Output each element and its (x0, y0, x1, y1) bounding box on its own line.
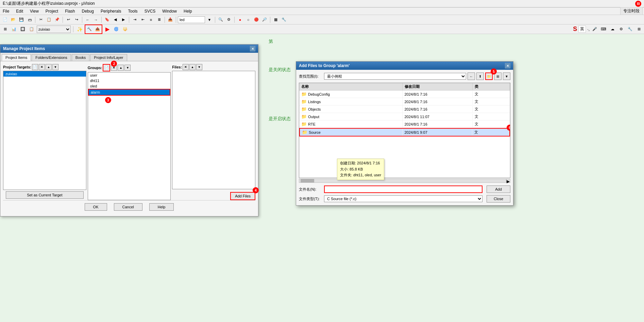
groups-list[interactable]: user dht11 oled alarm 3 (88, 72, 171, 200)
file-list[interactable]: 名称 修改日期 类 📁DebugConfig 2024/8/1 7:16 文 📁… (299, 83, 510, 178)
punct-btn[interactable]: ·, (587, 27, 590, 32)
indent2-btn[interactable]: ≡ (147, 16, 155, 23)
build-btn[interactable]: 🔨 (86, 26, 93, 33)
tools-btn[interactable]: 🔧 (626, 26, 634, 33)
tb2-magic[interactable]: ✨ (76, 26, 83, 33)
group-user[interactable]: user (88, 73, 171, 78)
files-down-btn[interactable]: ▼ (196, 64, 202, 70)
target-input[interactable] (178, 16, 205, 23)
menu-window[interactable]: Window (161, 8, 178, 14)
indent-btn[interactable]: ⇥ (131, 16, 138, 23)
view1-btn[interactable]: ▦ (272, 16, 279, 23)
menu-help[interactable]: Help (182, 8, 193, 14)
file-row-debugconfig[interactable]: 📁DebugConfig 2024/8/1 7:16 文 (299, 91, 510, 98)
close-btn[interactable]: Close (487, 195, 510, 203)
lang-btn[interactable]: 英 (578, 26, 586, 33)
targets-list[interactable]: zuixiao (3, 71, 86, 190)
manage-close-btn[interactable]: ✕ (250, 46, 255, 51)
menu-edit[interactable]: Edit (15, 8, 24, 14)
insert-btn[interactable]: 📥 (167, 16, 174, 23)
view-drop-btn[interactable]: ▼ (503, 73, 510, 80)
bm-prev-btn[interactable]: ◀ (112, 16, 119, 23)
add-btn[interactable]: Add (487, 186, 510, 193)
save-btn[interactable]: 💾 (18, 16, 25, 23)
tab-project-items[interactable]: Project Items (2, 54, 31, 61)
redo-btn[interactable]: ↪ (73, 16, 80, 23)
files-del-btn[interactable]: ✕ (183, 64, 189, 70)
targets-up-btn[interactable]: ▲ (46, 64, 52, 70)
outdent-btn[interactable]: ⇤ (139, 16, 147, 23)
location-up-btn[interactable]: ⬆ (476, 73, 484, 80)
nav-fwd-btn[interactable]: → (92, 16, 100, 23)
more-btn[interactable]: ⚙ (617, 26, 625, 33)
restore-btn[interactable]: ⊟ (635, 1, 641, 7)
files-list[interactable] (172, 71, 255, 189)
ok-btn[interactable]: OK (85, 203, 107, 211)
mic-btn[interactable]: 🎤 (591, 26, 598, 33)
undo-btn[interactable]: ↩ (65, 16, 72, 23)
file-row-source[interactable]: 📁Source 2024/8/1 9:07 文 6 (299, 128, 510, 136)
menu-file[interactable]: File (1, 8, 11, 14)
group-dht11[interactable]: dht11 (88, 78, 171, 83)
keyboard-btn[interactable]: ⌨ (600, 26, 607, 33)
grid-btn[interactable]: ⊞ (635, 26, 643, 33)
tab-folders[interactable]: Folders/Extensions (32, 54, 71, 61)
bookmark-btn[interactable]: 🔖 (103, 16, 111, 23)
cloud-btn[interactable]: ☁ (609, 26, 616, 33)
tab-project-info[interactable]: Project Info/Layer (90, 54, 127, 61)
groups-down-btn[interactable]: ▼ (124, 65, 131, 71)
new-btn[interactable]: 📄 (1, 16, 9, 23)
find-btn[interactable]: 🔍 (217, 16, 224, 23)
debug-btn[interactable]: 🔴 (253, 16, 260, 23)
add-dialog-close-x[interactable]: ✕ (505, 63, 510, 68)
targets-add-btn[interactable]: 📄 (32, 64, 38, 70)
set-target-btn[interactable]: Set as Current Target (6, 191, 84, 199)
target-dropdown[interactable]: ▼ (206, 16, 213, 23)
menu-peripherals[interactable]: Peripherals (99, 8, 123, 14)
save-all-btn[interactable]: 🗃 (26, 16, 33, 23)
file-row-rte[interactable]: 📁RTE 2024/8/1 7:16 文 (299, 120, 510, 128)
add-files-btn[interactable]: Add Files (230, 192, 255, 200)
tab-books[interactable]: Books (72, 54, 90, 61)
load-btn[interactable]: 📤 (94, 26, 101, 33)
view2-btn[interactable]: 🔧 (280, 16, 288, 23)
bm-next-btn[interactable]: ▶ (120, 16, 127, 23)
tb2-btn4[interactable]: 📋 (28, 26, 35, 33)
cut-btn[interactable]: ✂ (37, 16, 45, 23)
file-row-listings[interactable]: 📁Listings 2024/8/1 7:16 文 (299, 98, 510, 106)
stop-btn[interactable]: ○ (244, 16, 252, 23)
debug-start-btn[interactable]: ▶ (104, 26, 111, 33)
menu-svcs[interactable]: SVCS (143, 8, 157, 14)
outdent2-btn[interactable]: ≣ (155, 16, 163, 23)
group-oled[interactable]: oled (88, 83, 171, 89)
run-btn[interactable]: ● (236, 16, 244, 23)
filename-input[interactable] (324, 186, 482, 193)
debug3-btn[interactable]: 🔱 (121, 26, 129, 33)
group-alarm[interactable]: alarm (88, 89, 171, 96)
filetype-select[interactable]: C Source file (*.c) (324, 195, 482, 202)
targets-down-btn[interactable]: ▼ (52, 64, 58, 70)
files-up-btn[interactable]: ▲ (189, 64, 196, 70)
targets-del-btn[interactable]: ✕ (39, 64, 45, 70)
tb2-btn3[interactable]: 🔲 (19, 26, 27, 33)
h-scrollbar[interactable] (299, 179, 506, 183)
location-back-btn[interactable]: ← (468, 73, 475, 80)
config-btn[interactable]: ⚙ (225, 16, 233, 23)
help-btn[interactable]: Help (149, 203, 174, 211)
menu-view[interactable]: View (29, 8, 40, 14)
paste-btn[interactable]: 📌 (53, 16, 61, 23)
debug2-btn[interactable]: 🌀 (113, 26, 120, 33)
tb2-btn1[interactable]: ⊞ (1, 26, 9, 33)
location-select[interactable]: 最小例程 (324, 73, 466, 80)
target-zuixiao[interactable]: zuixiao (3, 71, 86, 77)
cancel-btn[interactable]: Cancel (114, 203, 142, 211)
groups-add-btn[interactable]: 📄 (103, 65, 109, 71)
open-btn[interactable]: 📂 (10, 16, 17, 23)
nav-back-btn[interactable]: ← (84, 16, 91, 23)
file-row-objects[interactable]: 📁Objects 2024/8/1 7:16 文 (299, 106, 510, 113)
menu-debug[interactable]: Debug (81, 8, 95, 14)
target-select[interactable]: zuixiao (37, 26, 71, 33)
menu-flash[interactable]: Flash (64, 8, 76, 14)
tb2-btn2[interactable]: 📊 (10, 26, 18, 33)
menu-project[interactable]: Project (44, 8, 60, 14)
